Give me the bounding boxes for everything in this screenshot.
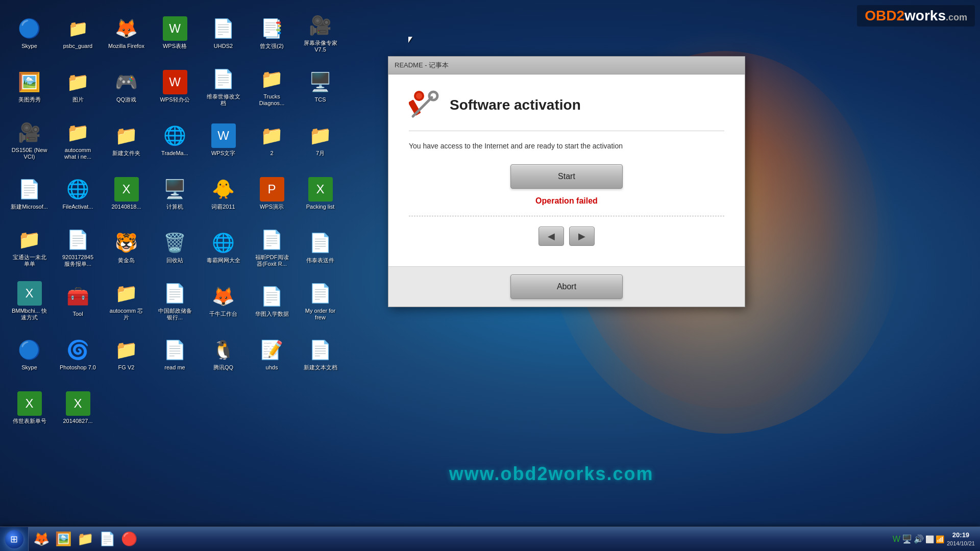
icon-zenwen[interactable]: 📑 曾文强(2) [250, 8, 293, 59]
taskbar-folder[interactable]: 📁 [75, 529, 95, 549]
icon-label: 词霸2011 [211, 204, 235, 210]
icon-label: 新建文本文档 [304, 364, 337, 371]
taskbar-blank[interactable]: 📄 [97, 529, 117, 549]
icon-china-post[interactable]: 📄 中国邮政储备银行... [153, 276, 197, 327]
icon-fg-v2[interactable]: 📁 FG V2 [105, 329, 148, 380]
icon-pictures[interactable]: 📁 图片 [56, 61, 100, 112]
software-activation-dialog: README - 记事本 Software activat [388, 56, 745, 307]
icon-fileactivat[interactable]: 🌐 FileActivat... [56, 168, 100, 219]
psbc-icon: 📁 [66, 16, 90, 41]
icon-poison[interactable]: 🌐 毒霸网网大全 [202, 222, 245, 273]
obd-logo: OBD2works.com [857, 5, 975, 27]
taskbar-red[interactable]: 🔴 [119, 529, 139, 549]
bmw-icon: X [17, 281, 42, 306]
icon-new-ms[interactable]: 📄 新建Microsof... [8, 168, 51, 219]
dialog-titlebar: README - 记事本 [388, 57, 745, 74]
icon-tcs[interactable]: 🖥️ TCS [299, 61, 342, 112]
icon-trademark[interactable]: 🌐 TradeMa... [153, 115, 197, 166]
icon-my-order[interactable]: 📄 My order for frew [299, 276, 342, 327]
icon-folder7[interactable]: 📁 7月 [299, 115, 342, 166]
icon-trucks[interactable]: 📁 Trucks Diagnos... [250, 61, 293, 112]
uhds2-icon: 📄 [211, 16, 236, 41]
icon-ds150e[interactable]: 🎥 DS150E (New VCI) [8, 115, 51, 166]
icon-autocomm[interactable]: 📁 autocomm what i ne... [56, 115, 100, 166]
start-button[interactable] [0, 527, 29, 552]
icon-excel2014b[interactable]: X 20140827... [56, 383, 100, 434]
icon-label: uhds [266, 364, 278, 371]
taskbar-firefox[interactable]: 🦊 [31, 529, 52, 549]
huangjin-icon: 🐯 [114, 231, 139, 255]
dotcom-text: .com [946, 12, 967, 22]
icon-tool[interactable]: 🧰 Tool [56, 276, 100, 327]
icon-label: My order for frew [301, 308, 339, 321]
desktop-icons-grid: 🔵 Skype 📁 psbc_guard 🦊 Mozilla Firefox W… [5, 5, 347, 436]
icon-label: 伟泰表送件 [306, 257, 334, 264]
back-button[interactable]: ◀ [538, 227, 564, 246]
baotong-icon: 📁 [17, 228, 42, 252]
icon-photoshop[interactable]: 🌀 Photoshop 7.0 [56, 329, 100, 380]
icon-label: 中国邮政储备银行... [156, 308, 194, 321]
icon-new-folder[interactable]: 📁 新建文件夹 [105, 115, 148, 166]
icon-weishi-new[interactable]: X 伟世表新单号 [8, 383, 51, 434]
icon-autocomm-chip[interactable]: 📁 autocomm 芯片 [105, 276, 148, 327]
icon-label: 毒霸网网大全 [207, 257, 240, 264]
icon-qqgame[interactable]: 🎮 QQ游戏 [105, 61, 148, 112]
icon-weitai-doc[interactable]: 📄 维泰世修改文档 [202, 61, 245, 112]
foxit-icon: 📄 [260, 228, 284, 252]
icon-meitu[interactable]: 🖼️ 美图秀秀 [8, 61, 51, 112]
icon-label: Skype [21, 43, 37, 49]
icon-skype[interactable]: 🔵 Skype [8, 8, 51, 59]
icon-qianjin[interactable]: 🦊 千牛工作台 [202, 276, 245, 327]
screenrec-icon: 🎥 [308, 13, 333, 38]
computer-icon: 🖥️ [163, 177, 187, 202]
icon-wps-office[interactable]: W WPS轻办公 [153, 61, 197, 112]
taskbar-time-text: 20:19 [947, 531, 975, 540]
icon-label: 计算机 [166, 204, 183, 210]
icon-screenrec[interactable]: 🎥 屏幕录像专家V7.5 [299, 8, 342, 59]
dialog-title: README - 记事本 [395, 61, 449, 70]
ds150e-icon: 🎥 [17, 120, 42, 145]
icon-wps-word[interactable]: W WPS文字 [202, 115, 245, 166]
icon-huangjin[interactable]: 🐯 黄金岛 [105, 222, 148, 273]
taskbar-meitu[interactable]: 🖼️ [53, 529, 74, 549]
icon-firefox[interactable]: 🦊 Mozilla Firefox [105, 8, 148, 59]
icon-readme[interactable]: 📄 read me [153, 329, 197, 380]
icon-wps-table[interactable]: W WPS表格 [153, 8, 197, 59]
icon-excel2014[interactable]: X 20140818... [105, 168, 148, 219]
icon-qq[interactable]: 🐧 腾讯QQ [202, 329, 245, 380]
icon-uhds[interactable]: 📝 uhds [250, 329, 293, 380]
abort-button[interactable]: Abort [510, 274, 623, 299]
icon-packing[interactable]: X Packing list [299, 168, 342, 219]
forward-button[interactable]: ▶ [569, 227, 595, 246]
icon-label: WPS表格 [163, 43, 187, 49]
icon-recycle[interactable]: 🗑️ 回收站 [153, 222, 197, 273]
icon-label: 新建Microsof... [11, 204, 48, 210]
wps-word-icon: W [211, 123, 236, 148]
dialog-top-separator [409, 131, 724, 131]
icon-cidian[interactable]: 🐥 词霸2011 [202, 168, 245, 219]
icon-uhds2[interactable]: 📄 UHDS2 [202, 8, 245, 59]
icon-hua-input[interactable]: 📄 华图入学数据 [250, 276, 293, 327]
works-text: works [904, 8, 946, 23]
icon-psbc[interactable]: 📁 psbc_guard [56, 8, 100, 59]
icon-computer[interactable]: 🖥️ 计算机 [153, 168, 197, 219]
icon-baotong[interactable]: 📁 宝通达一未北单单 [8, 222, 51, 273]
start-button[interactable]: Start [510, 164, 623, 189]
icon-label: 福昕PDF阅读器(Foxit R... [253, 254, 291, 267]
icon-bmw[interactable]: X BMMbchi... 快速方式 [8, 276, 51, 327]
icon-wps-present[interactable]: P WPS演示 [250, 168, 293, 219]
taskbar-signal-icon: 📶 [936, 535, 944, 543]
forward-icon: ▶ [578, 231, 585, 242]
icon-foxit[interactable]: 📄 福昕PDF阅读器(Foxit R... [250, 222, 293, 273]
taskbar-clock[interactable]: 20:19 2014/10/21 [947, 531, 975, 547]
uhds-icon: 📝 [260, 338, 284, 362]
icon-folder2[interactable]: 📁 2 [250, 115, 293, 166]
icon-weitai-send[interactable]: 📄 伟泰表送件 [299, 222, 342, 273]
icon-new-doc[interactable]: 📄 新建文本文档 [299, 329, 342, 380]
icon-order9203[interactable]: 📄 9203172845 服务报单... [56, 222, 100, 273]
order9203-icon: 📄 [66, 228, 90, 252]
icon-label: 屏幕录像专家V7.5 [301, 40, 339, 53]
fg-v2-icon: 📁 [114, 338, 139, 362]
taskbar: 🦊 🖼️ 📁 📄 🔴 W 🖥️ 🔊 ⬜ 📶 20:19 2014/10/21 [0, 527, 980, 551]
icon-skype2[interactable]: 🔵 Skype [8, 329, 51, 380]
